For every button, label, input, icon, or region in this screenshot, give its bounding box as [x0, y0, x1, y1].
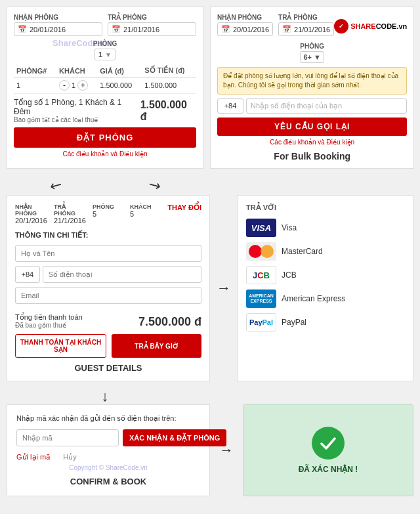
- sharecode-logo: ✓ SHARECODE.vn: [334, 19, 407, 33]
- tra-voi-title: TRẢ VỚI: [246, 203, 405, 212]
- bulk-chevron-icon: ▼: [314, 53, 321, 61]
- bulk-check-out-date: 21/01/2016: [294, 26, 330, 33]
- jcb-row: JCB JCB: [246, 266, 405, 284]
- check-icon: [312, 427, 345, 460]
- email-input[interactable]: [15, 287, 201, 304]
- checkmark-svg: [319, 434, 337, 452]
- bulk-room-label: PHÒNG: [300, 43, 324, 50]
- col-guests: KHÁCH: [56, 64, 97, 77]
- room-num-cell: 1: [14, 77, 56, 94]
- paypal-logo: PayPal: [246, 313, 276, 332]
- summary-text: Tổng số 1 Phòng, 1 Khách & 1 Đêm: [14, 98, 140, 116]
- jcb-name: JCB: [282, 270, 297, 280]
- amex-name: American Express: [282, 294, 345, 303]
- bulk-check-in-label: NHẬN PHÒNG: [217, 14, 273, 21]
- qty-value: 1: [72, 81, 75, 89]
- right-arrow-bottom: →: [219, 442, 234, 459]
- mastercard-row: MasterCard: [246, 242, 405, 261]
- qty-decrease-btn[interactable]: -: [59, 80, 70, 91]
- middle-row: NHẬN PHÒNG 20/1/2016 TRẢ PHÒNG 21/1/2016…: [0, 195, 420, 388]
- confirm-desc: Nhập mã xác nhận đã gửi đến số điện thoạ…: [16, 414, 200, 423]
- check-out-field: TRẢ PHÒNG 📅 21/01/2016: [108, 14, 196, 36]
- bulk-dieu-khoan[interactable]: Các điều khoản và Điều kiện: [217, 139, 407, 146]
- chevron-down-icon: ▼: [105, 51, 112, 58]
- booking-table: PHÒNG# KHÁCH GIÁ (đ) SỐ TIỀN (đ) 1 - 1 +: [14, 64, 196, 94]
- room-count-value: 1: [98, 51, 102, 58]
- sum-guest-count: 5: [130, 210, 134, 218]
- xac-nhan-button[interactable]: XÁC NHẬN & ĐẶT PHÒNG: [123, 429, 226, 446]
- down-arrow: ↓: [102, 388, 109, 405]
- arrow-right-down: ↘: [145, 175, 164, 196]
- amex-row: AMERICANEXPRESS American Express: [246, 289, 405, 308]
- check-in-date-value: 20/01/2016: [30, 26, 66, 33]
- bulk-check-out-input[interactable]: 📅 21/01/2016: [278, 22, 334, 36]
- visa-logo: VISA: [246, 219, 276, 237]
- yeu-cau-button[interactable]: YÊU CẦU GỌI LẠI: [217, 118, 407, 136]
- bulk-phone-row: +84 Nhập số điện thoại của bạn: [217, 98, 407, 114]
- arrows-section-1: ↙ ↘: [0, 175, 420, 195]
- arrows-section-2: ↓: [0, 388, 420, 404]
- so-dien-thoai-input[interactable]: [43, 266, 201, 283]
- sum-check-in: NHẬN PHÒNG 20/1/2016: [15, 203, 47, 225]
- guest-total-amount: 7.500.000 đ: [138, 315, 201, 329]
- sum-check-in-label: NHẬN PHÒNG: [15, 203, 47, 217]
- mastercard-name: MasterCard: [282, 247, 323, 256]
- confirm-code-input[interactable]: [16, 429, 119, 446]
- sum-room: PHÒNG 5: [93, 203, 123, 225]
- for-bulk-title: For Bulk Booking: [217, 151, 407, 161]
- confirm-actions: Gửi lại mã Hủy: [16, 453, 200, 461]
- thay-doi-link[interactable]: THAY ĐỔI: [167, 203, 201, 225]
- bulk-panel: NHẬN PHÒNG 📅 20/01/2016 TRẢ PHÒNG 📅 21/0…: [210, 7, 414, 169]
- calendar-icon-2: 📅: [112, 25, 121, 33]
- confirm-panel: Nhập mã xác nhận đã gửi đến số điện thoạ…: [7, 404, 210, 496]
- col-total: SỐ TIỀN (đ): [142, 64, 196, 77]
- booking-panel: NHẬN PHÒNG 📅 20/01/2016 TRẢ PHÒNG 📅 21/0…: [7, 7, 203, 169]
- bulk-check-in-date: 20/01/2016: [233, 26, 269, 33]
- bulk-cal-icon: 📅: [221, 25, 230, 33]
- qty-increase-btn[interactable]: +: [77, 80, 88, 91]
- check-out-input[interactable]: 📅 21/01/2016: [108, 22, 196, 36]
- check-in-label: NHẬN PHÒNG: [14, 14, 102, 21]
- da-bao-gom-label: Đã bao gồm thuế: [15, 322, 83, 329]
- check-out-date-value: 21/01/2016: [123, 26, 159, 33]
- bulk-check-in: NHẬN PHÒNG 📅 20/01/2016: [217, 14, 273, 36]
- room-selector[interactable]: 1 ▼: [94, 49, 116, 60]
- col-price: GIÁ (đ): [97, 64, 142, 77]
- price-cell: 1.500.000: [97, 77, 142, 94]
- bulk-phone-input[interactable]: Nhập số điện thoại của bạn: [246, 98, 407, 114]
- tra-bay-gio-button[interactable]: TRẢ BÂY GIỜ: [112, 334, 201, 358]
- bulk-room-select[interactable]: 6+ ▼: [300, 51, 324, 63]
- paypal-name: PayPal: [282, 318, 306, 327]
- thanh-toan-button[interactable]: THANH TOÁN TẠI KHÁCH SẠN: [15, 334, 106, 358]
- bottom-row: Nhập mã xác nhận đã gửi đến số điện thoạ…: [0, 404, 420, 503]
- sum-guest-label: KHÁCH: [130, 203, 161, 210]
- visa-row: VISA Visa: [246, 219, 405, 237]
- copyright-text: Copyright © ShareCode.vn: [16, 464, 200, 471]
- room-row-label: PHÒNG: [93, 40, 117, 47]
- col-room-num: PHÒNG#: [14, 64, 56, 77]
- arrow-to-payment: →: [217, 280, 231, 297]
- total-row: Tổng số 1 Phòng, 1 Khách & 1 Đêm Bao gồm…: [14, 98, 196, 123]
- bulk-check-in-input[interactable]: 📅 20/01/2016: [217, 22, 273, 36]
- booking-summary: NHẬN PHÒNG 20/1/2016 TRẢ PHÒNG 21/1/2016…: [15, 203, 201, 225]
- confirm-book-title: CONFIRM & BOOK: [16, 477, 200, 486]
- check-in-input[interactable]: 📅 20/01/2016: [14, 22, 102, 36]
- dat-phong-button[interactable]: ĐẶT PHÒNG: [14, 127, 196, 148]
- payment-panel: TRẢ VỚI VISA Visa MasterCard JCB JCB AME…: [238, 195, 413, 381]
- da-xac-nhan-text: ĐÃ XÁC NHẬN !: [299, 465, 358, 474]
- dieu-khoan-link[interactable]: Các điều khoản và Điều kiện: [14, 150, 196, 158]
- sum-guest: KHÁCH 5: [130, 203, 161, 225]
- guest-qty-cell: - 1 +: [56, 77, 97, 94]
- huy-link[interactable]: Hủy: [63, 453, 76, 461]
- guest-details-title: GUEST DETAILS: [15, 363, 201, 373]
- gui-lai-link[interactable]: Gửi lại mã: [16, 453, 50, 461]
- confirm-input-row: XÁC NHẬN & ĐẶT PHÒNG: [16, 429, 200, 446]
- top-row: NHẬN PHÒNG 📅 20/01/2016 TRẢ PHÒNG 📅 21/0…: [0, 0, 420, 175]
- bulk-dates: NHẬN PHÒNG 📅 20/01/2016 TRẢ PHÒNG 📅 21/0…: [217, 14, 334, 39]
- bulk-check-out: TRẢ PHÒNG 📅 21/01/2016: [278, 14, 334, 36]
- check-in-field: NHẬN PHÒNG 📅 20/01/2016: [14, 14, 102, 36]
- sum-check-out-date: 21/1/2016: [54, 217, 86, 225]
- ho-va-ten-input[interactable]: [15, 245, 201, 262]
- bulk-room-row: PHÒNG 6+ ▼: [217, 43, 407, 63]
- tong-tien-label: Tổng tiền thanh toán: [15, 313, 83, 322]
